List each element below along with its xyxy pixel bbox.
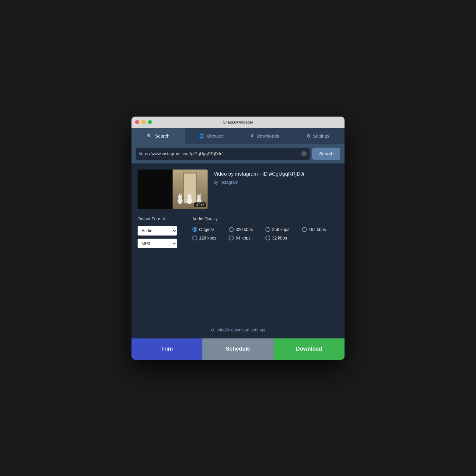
svg-marker-11 [200, 193, 201, 195]
modify-settings-label: Modify download settings [217, 327, 265, 332]
minimize-button[interactable] [142, 120, 145, 124]
nav-search-label: Search [155, 133, 170, 138]
url-input-wrapper: ✕ [136, 148, 310, 160]
svg-marker-2 [179, 193, 180, 195]
svg-point-1 [178, 195, 182, 198]
quality-128kbps-label: 128 kbps [199, 236, 216, 240]
video-section: 00:17 Video by instagram - ID #CgUgqRRjD… [138, 170, 338, 209]
quality-192kbps-label: 192 kbps [309, 227, 326, 232]
schedule-button[interactable]: Schedule [202, 338, 273, 360]
video-meta: Video by instagram - ID #CgUgqRRjDJr by … [214, 170, 305, 209]
search-button[interactable]: Search [312, 148, 340, 160]
quality-options: Original 320 kbps 256 kbps 192 kbps [192, 226, 338, 240]
radio-64kbps [229, 236, 234, 240]
maximize-button[interactable] [148, 120, 152, 124]
quality-320kbps[interactable]: 320 kbps [229, 227, 265, 232]
output-format-label: Output Format [138, 216, 180, 223]
quality-original-label: Original [199, 227, 214, 232]
navbar: 🔍 Search 🌐 Browser ⬇ Downloads ⚙ Setting… [131, 128, 345, 144]
video-author: by Instagram [214, 180, 305, 185]
radio-192kbps [302, 227, 307, 232]
url-input[interactable] [139, 151, 301, 156]
quality-original[interactable]: Original [192, 227, 229, 232]
traffic-lights [135, 120, 152, 124]
svg-marker-10 [198, 193, 199, 195]
trim-button[interactable]: Trim [131, 338, 202, 360]
quality-256kbps-label: 256 kbps [272, 227, 289, 232]
audio-quality-section: Audio Quality Original 320 kbps 256 kbps [192, 216, 338, 251]
clear-url-button[interactable]: ✕ [301, 151, 307, 156]
downloads-nav-icon: ⬇ [250, 133, 254, 139]
video-duration: 00:17 [194, 202, 206, 207]
search-nav-icon: 🔍 [147, 133, 152, 139]
svg-point-5 [188, 195, 191, 198]
format-select-wrapper: MP3 AAC FLAC WAV [138, 239, 180, 248]
svg-marker-6 [188, 193, 190, 195]
quality-64kbps-label: 64 kbps [236, 236, 250, 240]
quality-32kbps-label: 32 kbps [272, 236, 287, 240]
radio-128kbps [192, 236, 197, 240]
browser-nav-icon: 🌐 [199, 133, 205, 139]
format-select[interactable]: MP3 AAC FLAC WAV [138, 239, 177, 248]
nav-browser-label: Browser [207, 133, 224, 138]
quality-192kbps[interactable]: 192 kbps [302, 227, 338, 232]
radio-256kbps [265, 227, 270, 232]
nav-browser[interactable]: 🌐 Browser [185, 128, 238, 144]
content-area: 00:17 Video by instagram - ID #CgUgqRRjD… [131, 163, 345, 338]
nav-settings[interactable]: ⚙ Settings [291, 128, 345, 144]
search-bar-area: ✕ Search [131, 144, 345, 163]
window-title: SnapDownloader [223, 120, 253, 124]
video-thumbnail: 00:17 [138, 170, 208, 209]
content-spacer [138, 257, 338, 318]
output-format-section: Output Format Audio Video MP3 AAC FLAC W… [138, 216, 180, 251]
quality-64kbps[interactable]: 64 kbps [229, 236, 265, 240]
thumbnail-dark-side [138, 170, 173, 209]
titlebar: SnapDownloader [131, 117, 345, 128]
settings-nav-icon: ⚙ [306, 133, 310, 139]
svg-marker-3 [181, 193, 182, 195]
type-select[interactable]: Audio Video [138, 226, 177, 236]
radio-320kbps [229, 227, 234, 232]
audio-quality-label: Audio Quality [192, 216, 338, 223]
nav-downloads[interactable]: ⬇ Downloads [238, 128, 291, 144]
gear-icon: ⚙ [211, 328, 214, 332]
type-select-wrapper: Audio Video [138, 226, 180, 236]
radio-original [192, 227, 197, 232]
nav-search[interactable]: 🔍 Search [131, 128, 185, 144]
modify-settings[interactable]: ⚙ Modify download settings [138, 318, 338, 338]
quality-128kbps[interactable]: 128 kbps [192, 236, 229, 240]
nav-downloads-label: Downloads [257, 133, 279, 138]
svg-point-9 [197, 195, 201, 198]
nav-settings-label: Settings [313, 133, 329, 138]
app-window: SnapDownloader 🔍 Search 🌐 Browser ⬇ Down… [131, 117, 345, 360]
bottom-bar: Trim Schedule Download [131, 338, 345, 360]
radio-32kbps [265, 236, 270, 240]
download-button[interactable]: Download [274, 338, 345, 360]
close-button[interactable] [135, 120, 139, 124]
quality-32kbps[interactable]: 32 kbps [265, 236, 302, 240]
settings-section: Output Format Audio Video MP3 AAC FLAC W… [138, 216, 338, 251]
svg-marker-7 [191, 193, 192, 195]
quality-256kbps[interactable]: 256 kbps [265, 227, 302, 232]
video-title: Video by instagram - ID #CgUgqRRjDJr [214, 171, 305, 177]
quality-320kbps-label: 320 kbps [236, 227, 253, 232]
